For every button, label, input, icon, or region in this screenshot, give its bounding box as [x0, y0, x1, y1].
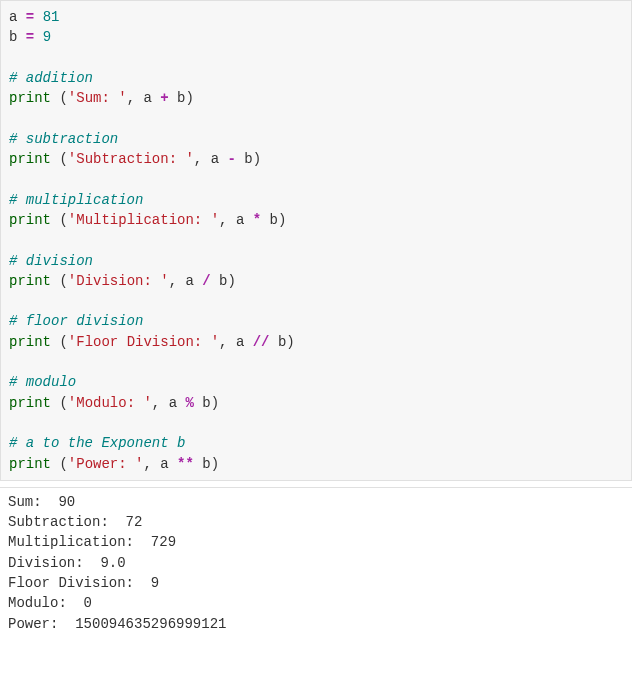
var-a: a: [143, 90, 151, 106]
output-block: Sum: 90 Subtraction: 72 Multiplication: …: [0, 487, 632, 638]
output-line-sub: Subtraction: 72: [8, 514, 142, 530]
output-line-pow: Power: 150094635296999121: [8, 616, 226, 632]
output-line-mul: Multiplication: 729: [8, 534, 176, 550]
percent-op: %: [185, 395, 193, 411]
comma: ,: [194, 151, 202, 167]
print-call: print: [9, 395, 51, 411]
paren-open: (: [59, 273, 67, 289]
assign-op: =: [26, 29, 34, 45]
print-call: print: [9, 151, 51, 167]
comma: ,: [127, 90, 135, 106]
paren-open: (: [59, 90, 67, 106]
comment-floor-division: # floor division: [9, 313, 143, 329]
paren-close: ): [286, 334, 294, 350]
var-b: b: [202, 395, 210, 411]
plus-op: +: [160, 90, 168, 106]
comment-division: # division: [9, 253, 93, 269]
var-b: b: [270, 212, 278, 228]
print-call: print: [9, 456, 51, 472]
paren-open: (: [59, 456, 67, 472]
floordiv-op: //: [253, 334, 270, 350]
slash-op: /: [202, 273, 210, 289]
paren-open: (: [59, 212, 67, 228]
var-a: a: [236, 212, 244, 228]
string-fdiv: 'Floor Division: ': [68, 334, 219, 350]
assign-op: =: [26, 9, 34, 25]
paren-open: (: [59, 395, 67, 411]
power-op: **: [177, 456, 194, 472]
comment-power: # a to the Exponent b: [9, 435, 185, 451]
paren-close: ): [211, 456, 219, 472]
var-b: b: [244, 151, 252, 167]
var-a: a: [169, 395, 177, 411]
var-a: a: [9, 9, 17, 25]
print-call: print: [9, 273, 51, 289]
string-sum: 'Sum: ': [68, 90, 127, 106]
paren-close: ): [278, 212, 286, 228]
output-line-fdiv: Floor Division: 9: [8, 575, 159, 591]
minus-op: -: [227, 151, 235, 167]
comment-addition: # addition: [9, 70, 93, 86]
string-pow: 'Power: ': [68, 456, 144, 472]
print-call: print: [9, 90, 51, 106]
comment-multiplication: # multiplication: [9, 192, 143, 208]
var-a: a: [185, 273, 193, 289]
var-a: a: [236, 334, 244, 350]
output-line-div: Division: 9.0: [8, 555, 126, 571]
var-b: b: [202, 456, 210, 472]
comma: ,: [143, 456, 151, 472]
comma: ,: [219, 212, 227, 228]
comma: ,: [169, 273, 177, 289]
string-mod: 'Modulo: ': [68, 395, 152, 411]
comment-subtraction: # subtraction: [9, 131, 118, 147]
paren-close: ): [253, 151, 261, 167]
star-op: *: [253, 212, 261, 228]
comma: ,: [152, 395, 160, 411]
var-b: b: [9, 29, 17, 45]
var-b: b: [219, 273, 227, 289]
print-call: print: [9, 212, 51, 228]
literal-9: 9: [43, 29, 51, 45]
comma: ,: [219, 334, 227, 350]
var-a: a: [160, 456, 168, 472]
code-block: a = 81 b = 9 # addition print ('Sum: ', …: [0, 0, 632, 481]
comment-modulo: # modulo: [9, 374, 76, 390]
paren-close: ): [211, 395, 219, 411]
output-line-sum: Sum: 90: [8, 494, 75, 510]
string-mul: 'Multiplication: ': [68, 212, 219, 228]
string-div: 'Division: ': [68, 273, 169, 289]
var-a: a: [211, 151, 219, 167]
paren-open: (: [59, 334, 67, 350]
print-call: print: [9, 334, 51, 350]
paren-close: ): [228, 273, 236, 289]
literal-81: 81: [43, 9, 60, 25]
string-sub: 'Subtraction: ': [68, 151, 194, 167]
paren-open: (: [59, 151, 67, 167]
paren-close: ): [185, 90, 193, 106]
output-line-mod: Modulo: 0: [8, 595, 92, 611]
